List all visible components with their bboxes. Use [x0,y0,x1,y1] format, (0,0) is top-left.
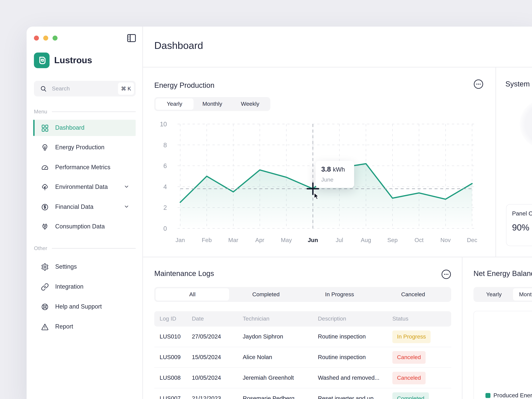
zoom-window-button[interactable] [52,36,57,41]
page-title: Dashboard [154,40,203,51]
tab-yearly[interactable]: Yearly [475,288,513,301]
y-axis-tick: 8 [163,142,167,149]
header-divider [143,67,532,67]
x-axis-tick: Feb [202,237,212,243]
y-axis-tick: 2 [163,204,167,211]
sidebar-item-integration[interactable]: Integration [33,279,136,295]
chevron-down-icon [124,184,129,190]
x-axis-tick: Nov [440,237,451,243]
cell-technician: Jeremiah Greenholt [243,374,318,381]
filter-completed[interactable]: Completed [229,288,303,301]
tab-weekly[interactable]: Weekly [231,98,269,110]
cell-date: 15/05/2024 [192,354,243,361]
legend-label: Produced Energy [494,392,532,399]
search-input[interactable] [51,85,115,92]
energy-production-title: Energy Production [154,81,215,90]
cell-technician: Jaydon Siphron [243,333,318,340]
other-section-label: Other [34,245,136,251]
sidebar-item-environmental-data[interactable]: Environmental Data [33,179,136,195]
close-window-button[interactable] [34,36,39,41]
status-badge: Canceled [392,351,426,364]
cell-description: Routine inspection [318,333,392,340]
table-row[interactable]: LUS007 21/12/2023 Rosemarie Pedberg Rese… [154,388,451,399]
table-row[interactable]: LUS008 10/05/2024 Jeremiah Greenholt Was… [154,368,451,388]
x-axis-tick: May [281,237,292,243]
cell-date: 21/12/2023 [192,395,243,399]
filter-canceled[interactable]: Canceled [376,288,450,301]
table-row[interactable]: LUS009 15/05/2024 Alice Nolan Routine in… [154,347,451,368]
sidebar-item-settings[interactable]: Settings [33,259,136,275]
net-energy-title: Net Energy Balance [474,269,532,278]
tooltip-label: June [321,177,348,183]
cell-description: Washed and removed... [318,374,392,381]
sidebar-item-energy-production[interactable]: Energy Production [33,139,136,156]
cell-date: 27/05/2024 [192,333,243,340]
filter-in-progress[interactable]: In Progress [303,288,376,301]
x-axis-tick: Aug [361,237,371,243]
lifebuoy-icon [41,302,49,311]
sidebar-item-performance-metrics[interactable]: Performance Metrics [33,159,136,176]
energy-production-menu-button[interactable] [474,79,483,89]
table-row[interactable]: LUS010 27/05/2024 Jaydon Siphron Routine… [154,327,451,347]
panel-condition-card: Panel C 90% [506,204,532,246]
window-controls [34,36,57,41]
dollar-icon [41,203,49,211]
maintenance-logs-title: Maintenance Logs [154,269,214,278]
tree-icon [41,183,49,191]
x-axis-tick: Dec [467,237,477,243]
search-shortcut: ⌘ K [118,82,134,95]
table-header: Log ID Date Technician Description Statu… [154,311,451,327]
brand: Lustrous [34,52,92,68]
cell-log-id: LUS007 [160,395,192,399]
panel-divider [462,257,462,399]
link-icon [41,282,49,291]
tab-monthly[interactable]: Monthly [193,98,231,110]
chevron-down-icon [124,203,129,210]
tooltip-unit: kWh [333,166,345,173]
gear-icon [41,262,49,271]
sidebar-item-financial-data[interactable]: Financial Data [33,199,136,215]
search-icon [39,84,48,93]
maintenance-filter-tabs: All Completed In Progress Canceled [154,287,451,302]
system-panel-title: System [505,80,530,89]
plug-icon [41,222,49,231]
sidebar-divider [142,27,143,399]
x-axis-tick: Jul [336,237,343,243]
warning-icon [41,322,49,331]
cell-date: 10/05/2024 [192,374,243,381]
section-divider [143,257,532,257]
sidebar-item-help-and-support[interactable]: Help and Support [33,298,136,315]
legend-swatch [485,393,490,398]
energy-period-tabs: Yearly Monthly Weekly [154,97,270,111]
maintenance-logs-menu-button[interactable] [441,269,451,279]
sidebar-item-dashboard[interactable]: Dashboard [33,120,136,136]
lustrous-logo-icon [34,52,50,68]
cell-log-id: LUS009 [160,354,192,361]
tab-yearly[interactable]: Yearly [156,98,193,110]
energy-production-chart[interactable]: 0246810JanFebMarAprMayJunJulAugSepOctNov… [146,120,482,248]
x-axis-tick: Mar [228,237,238,243]
tooltip-value: 3.8 [321,165,331,173]
sidebar-toggle-button[interactable] [127,34,136,43]
sidebar-item-consumption-data[interactable]: Consumption Data [33,218,136,235]
menu-section-label: Menu [34,109,136,115]
filter-all[interactable]: All [156,288,229,301]
y-axis-tick: 10 [160,121,167,128]
cell-technician: Alice Nolan [243,354,318,361]
y-axis-tick: 4 [163,183,167,190]
x-axis-tick: Oct [414,237,424,243]
net-energy-period-tabs: Yearly Monthly [474,287,532,302]
sidebar-item-report[interactable]: Report [33,318,136,335]
cell-description: Routine inspection [318,354,392,361]
cell-description: Reset inverter and up... [318,395,392,399]
tab-monthly[interactable]: Monthly [513,288,532,301]
panel-card-label: Panel C [512,210,532,217]
net-energy-chart: Produced Energy [474,311,532,399]
search-bar[interactable]: ⌘ K [34,81,136,96]
x-axis-tick: Jan [176,237,185,243]
minimize-window-button[interactable] [43,36,48,41]
cell-log-id: LUS008 [160,374,192,381]
chart-legend: Produced Energy [485,392,532,399]
panel-card-value: 90% [512,222,532,233]
x-axis-tick: Jun [308,237,318,243]
